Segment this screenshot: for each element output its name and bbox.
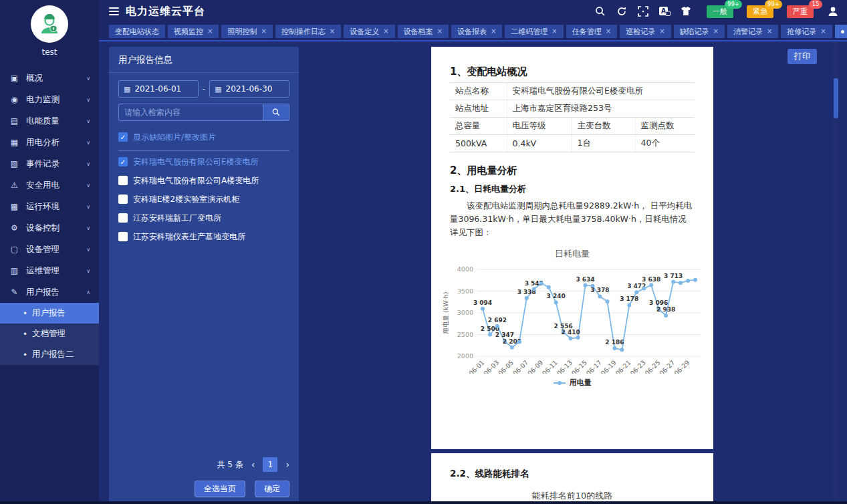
site-checkbox-row[interactable]: ✓安科瑞电气股份有限公司E楼变电所 [109,152,299,171]
next-page-button[interactable]: › [285,460,289,469]
table-cell: 安科瑞电气股份有限公司E楼变电所 [507,83,695,100]
table-row: 站点名称安科瑞电气股份有限公司E楼变电所 [450,83,695,100]
tab-设备档案[interactable]: 设备档案× [398,25,449,38]
search-button[interactable] [263,104,289,121]
tab-设备定义[interactable]: 设备定义× [344,25,394,38]
tab-label: 设备定义 [350,27,379,37]
svg-text:3 178: 3 178 [620,295,638,302]
tab-缺陷记录[interactable]: 缺陷记录× [674,25,725,38]
alarm-button-一般[interactable]: 一般99+ [707,5,733,18]
tab-二维码管理[interactable]: 二维码管理× [505,25,563,38]
tab-close-icon[interactable]: × [383,28,388,35]
tab-视频监控[interactable]: 视频监控× [168,25,219,38]
table-cell: 站点名称 [450,83,507,100]
tab-任务管理[interactable]: 任务管理× [566,25,617,38]
user-report-icon: ✎ [9,287,20,297]
tab-close-icon[interactable]: × [606,28,611,35]
fullscreen-icon[interactable] [637,5,649,17]
sidebar-item-运维管理[interactable]: ▥运维管理∨ [0,260,99,281]
sidebar-item-用户报告[interactable]: ✎用户报告∧ [0,281,99,303]
confirm-button[interactable]: 确定 [255,481,289,497]
sidebar-item-事件记录[interactable]: ▧事件记录∨ [0,153,99,174]
tab-close-icon[interactable]: × [820,28,826,35]
site-label: 江苏安科瑞仪表生产基地变电所 [133,231,245,243]
date-to-input[interactable]: ▦ 2021-06-30 [209,80,289,98]
station-info-table: 站点名称安科瑞电气股份有限公司E楼变电所站点地址上海市嘉定区育绿路253号总容量… [450,82,695,152]
scrollbar-thumb[interactable] [834,78,838,118]
submenu-item-label: 用户报告 [32,307,66,319]
tab-close-icon[interactable]: × [767,28,772,35]
alarm-count-badge: 99+ [765,0,782,9]
active-tab-dot-icon [841,30,844,33]
select-all-page-button[interactable]: 全选当页 [195,481,245,497]
svg-text:用电量 (kW·h): 用电量 (kW·h) [442,292,449,334]
sidebar-item-label: 安全用电 [26,180,59,191]
table-cell: 1台 [572,135,635,152]
search-input[interactable] [118,104,263,121]
svg-text:3 634: 3 634 [576,276,594,283]
tab-close-icon[interactable]: × [659,28,664,35]
theme-shirt-icon[interactable] [680,5,692,17]
tab-label: 设备档案 [404,27,433,37]
tab-close-icon[interactable]: × [552,28,557,35]
tab-消警记录[interactable]: 消警记录× [727,25,778,38]
tab-控制操作日志[interactable]: 控制操作日志× [275,25,341,38]
username: test [0,47,99,57]
sidebar-item-用电分析[interactable]: ▦用电分析∨ [0,132,99,153]
tab-close-icon[interactable]: × [207,28,213,35]
sidebar-item-label: 电能质量 [26,116,59,127]
tab-label: 照明控制 [227,27,257,37]
checkbox-unchecked-icon [118,195,128,204]
alarm-button-严重[interactable]: 严重15 [787,5,814,18]
print-button[interactable]: 打印 [788,49,817,64]
tab-label: 抢修记录 [787,27,816,37]
sidebar-item-安全用电[interactable]: ⚠安全用电∨ [0,174,99,196]
site-checkbox-row[interactable]: 江苏安科瑞仪表生产基地变电所 [109,227,299,246]
sidebar-item-电力监测[interactable]: ◉电力监测∨ [0,89,99,110]
consumption-summary-paragraph: 该变配电站监测周期内总耗电量92889.2kW·h， 日平均耗电量3096.31… [450,199,695,239]
sidebar-item-电能质量[interactable]: ▤电能质量∨ [0,110,99,132]
tab-close-icon[interactable]: × [713,28,719,35]
sidebar-item-概况[interactable]: ▣概况∨ [0,68,99,89]
refresh-icon[interactable] [616,5,628,17]
prev-page-button[interactable]: ‹ [251,460,255,469]
event-record-icon: ▧ [9,159,20,168]
worker-avatar-icon [36,11,63,37]
sidebar-submenu: •用户报告•文档管理•用户报告二 [0,303,99,365]
search-icon[interactable] [594,5,606,17]
chevron-down-icon: ∨ [86,161,90,167]
site-checkbox-row[interactable]: 安科瑞电气股份有限公司A楼变电所 [109,171,299,190]
alarm-button-紧急[interactable]: 紧急99+ [747,5,773,18]
submenu-item-用户报告[interactable]: •用户报告 [0,303,99,324]
chevron-down-icon: ∨ [86,118,90,124]
sidebar-item-设备控制[interactable]: ⚙设备控制∨ [0,217,99,239]
tab-照明控制[interactable]: 照明控制× [221,25,272,38]
tab-close-icon[interactable]: × [491,28,496,35]
tab-close-icon[interactable]: × [437,28,443,35]
submenu-item-用户报告二[interactable]: •用户报告二 [0,344,99,365]
topbar: 电力运维云平台 A 一般99+紧急99+严重15 [99,0,847,23]
tab-巡检记录[interactable]: 巡检记录× [620,25,671,38]
sidebar-item-设备管理[interactable]: ▢设备管理∨ [0,239,99,260]
page-number[interactable]: 1 [263,457,277,472]
sidebar-item-运行环境[interactable]: ▩运行环境∨ [0,196,99,217]
chevron-down-icon: ∨ [86,268,90,274]
submenu-item-文档管理[interactable]: •文档管理 [0,324,99,344]
tab-设备报表[interactable]: 设备报表× [451,25,502,38]
tab-变配电站状态[interactable]: 变配电站状态 [109,25,165,38]
site-checkbox-row[interactable]: 江苏安科瑞新工厂变电所 [109,209,299,227]
date-to-value: 2021-06-30 [226,84,273,94]
svg-text:06-29: 06-29 [673,359,691,374]
tab-label: 任务管理 [572,27,602,37]
site-checkbox-row[interactable]: 安科瑞E楼2楼实验室演示机柜 [109,190,299,209]
filter-defect-images-checkbox[interactable]: ✓ 显示缺陷图片/整改图片 [109,128,299,146]
date-from-input[interactable]: ▦ 2021-06-01 [118,80,199,98]
user-icon[interactable] [827,5,839,17]
tab-用户报告[interactable]: 用户报告× [835,25,847,38]
calendar-icon: ▦ [124,85,130,94]
tab-抢修记录[interactable]: 抢修记录× [781,25,832,38]
menu-toggle-icon[interactable] [109,7,119,15]
translate-icon[interactable]: A [658,5,671,17]
tab-close-icon[interactable]: × [261,28,266,35]
tab-close-icon[interactable]: × [330,28,335,35]
